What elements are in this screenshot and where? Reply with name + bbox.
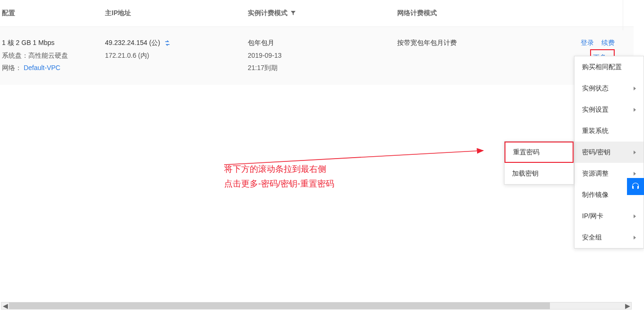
col-header-billing[interactable]: 实例计费模式 [248, 9, 397, 18]
annotation-arrow [224, 129, 489, 167]
scroll-right-button[interactable]: ▶ [624, 302, 631, 309]
ip-public: 49.232.24.154 (公) [105, 36, 248, 49]
dd-item-label: 实例状态 [582, 84, 609, 93]
config-net: 网络： Default-VPC [2, 62, 105, 74]
chevron-right-icon [634, 236, 636, 240]
support-fab[interactable] [627, 178, 644, 195]
table-header-row: 配置 主IP地址 实例计费模式 网络计费模式 [0, 0, 634, 27]
col-header-billing-label: 实例计费模式 [248, 9, 287, 18]
dd-instance-settings[interactable]: 实例设置 [574, 99, 644, 120]
dd-item-label: 实例设置 [582, 106, 609, 114]
billing-type: 包年包月 [248, 36, 397, 49]
login-button[interactable]: 登录 [581, 36, 594, 49]
annotation-text: 将下方的滚动条拉到最右侧 点击更多-密码/密钥-重置密码 [224, 162, 461, 191]
scroll-track[interactable] [9, 302, 624, 309]
ip-private: 172.21.0.6 (内) [105, 49, 248, 62]
config-spec: 1 核 2 GB 1 Mbps [2, 36, 105, 49]
cell-config: 1 核 2 GB 1 Mbps 系统盘：高性能云硬盘 网络： Default-V… [2, 36, 105, 74]
chevron-right-icon [634, 172, 636, 176]
network-link[interactable]: Default-VPC [24, 64, 61, 71]
dd-ip-nic[interactable]: IP/网卡 [574, 205, 644, 227]
sub-reset-password[interactable]: 重置密码 [505, 142, 574, 163]
headset-icon [631, 182, 640, 191]
dd-reinstall-system[interactable]: 重装系统 [574, 120, 644, 142]
dd-password-key[interactable]: 密码/密钥 [574, 142, 644, 163]
dd-item-label: 购买相同配置 [582, 63, 622, 71]
annotation-line1: 将下方的滚动条拉到最右侧 [224, 162, 461, 177]
dd-security-group[interactable]: 安全组 [574, 227, 644, 248]
chevron-right-icon [634, 108, 636, 112]
config-disk-label: 系统盘： [2, 52, 28, 59]
dd-buy-same-config[interactable]: 购买相同配置 [574, 56, 644, 78]
instance-table: 配置 主IP地址 实例计费模式 网络计费模式 1 核 2 GB 1 Mbps 系… [0, 0, 634, 85]
table-row: 1 核 2 GB 1 Mbps 系统盘：高性能云硬盘 网络： Default-V… [0, 27, 634, 85]
scroll-thumb[interactable] [9, 302, 550, 309]
col-header-net-billing: 网络计费模式 [397, 9, 544, 18]
cell-net-billing: 按带宽包年包月计费 [397, 36, 544, 74]
more-dropdown: 购买相同配置 实例状态 实例设置 重装系统 密码/密钥 资源调整 制作镜像 IP… [574, 56, 644, 249]
col-header-config: 配置 [2, 9, 105, 18]
password-key-submenu: 重置密码 加载密钥 [504, 141, 574, 185]
filter-icon[interactable] [290, 10, 296, 16]
cell-ip: 49.232.24.154 (公) 172.21.0.6 (内) [105, 36, 248, 74]
dd-item-label: 资源调整 [582, 169, 609, 178]
config-disk: 系统盘：高性能云硬盘 [2, 49, 105, 62]
scroll-left-button[interactable]: ◀ [1, 302, 9, 309]
billing-expire: 21:17到期 [248, 62, 397, 74]
billing-date: 2019-09-13 [248, 49, 397, 62]
config-disk-value: 高性能云硬盘 [28, 52, 68, 59]
chevron-right-icon [634, 87, 636, 90]
chevron-right-icon [634, 214, 636, 218]
col-header-ip: 主IP地址 [105, 9, 248, 18]
dd-instance-status[interactable]: 实例状态 [574, 78, 644, 99]
renew-button[interactable]: 续费 [601, 36, 615, 49]
horizontal-scrollbar[interactable]: ◀ ▶ [1, 302, 632, 310]
chevron-right-icon [634, 151, 636, 154]
dd-item-label: 密码/密钥 [582, 148, 610, 157]
dd-item-label: 重装系统 [582, 127, 609, 135]
dd-item-label: 制作镜像 [582, 191, 609, 199]
annotation-line2: 点击更多-密码/密钥-重置密码 [224, 177, 461, 191]
table-border [623, 0, 623, 30]
swap-icon[interactable] [164, 40, 171, 46]
sub-load-key[interactable]: 加载密钥 [505, 163, 574, 184]
ip-public-text: 49.232.24.154 (公) [105, 39, 160, 46]
config-net-label: 网络： [2, 64, 22, 71]
dd-item-label: 安全组 [582, 233, 602, 242]
cell-billing: 包年包月 2019-09-13 21:17到期 [248, 36, 397, 74]
dd-item-label: IP/网卡 [582, 212, 603, 221]
